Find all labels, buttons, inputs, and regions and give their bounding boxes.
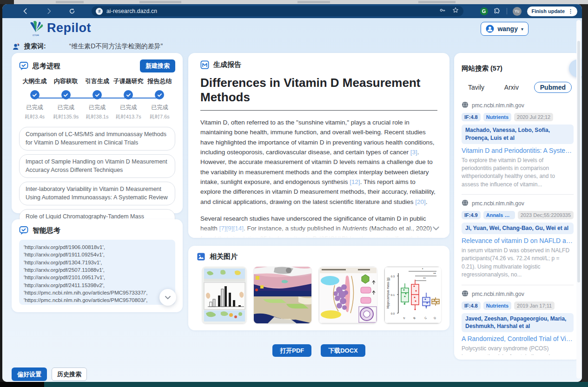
new-search-button[interactable]: 新建搜索: [140, 59, 175, 72]
step-time: 耗时38.1s: [86, 113, 109, 120]
result-domain-text: pmc.ncbi.nlm.nih.gov: [472, 200, 524, 207]
site-info-icon[interactable]: [96, 8, 103, 15]
extensions-icon[interactable]: [494, 7, 501, 15]
result-authors: Javed, Zeeshan, Papageorgiou, Maria, Des…: [462, 313, 574, 333]
step-status: 已完成: [151, 104, 168, 112]
thinking-url-line: 'http://arxiv.org/pdf/1906.00818v1',: [24, 243, 171, 251]
search-source-tabs: TavilyArxivPubmed: [463, 82, 572, 93]
svg-text:0.3: 0.3: [390, 275, 395, 278]
result-domain: pmc.ncbi.nlm.nih.gov: [462, 101, 574, 110]
tab-pubmed[interactable]: Pubmed: [534, 82, 572, 93]
history-search-button[interactable]: 历史搜索: [52, 367, 87, 381]
grammar-extension-icon[interactable]: G: [480, 7, 488, 15]
result-title-link[interactable]: A Randomized, Controlled Trial of Vitami…: [462, 335, 574, 342]
back-icon[interactable]: [22, 7, 29, 15]
page-scrollbar[interactable]: [576, 20, 581, 379]
related-image-thumbnail[interactable]: [254, 267, 311, 323]
report-body: Vitamin D, often referred to as the "sun…: [200, 118, 437, 238]
svg-text:0.1: 0.1: [390, 294, 395, 296]
step-status: 已完成: [26, 104, 43, 112]
topic-pill[interactable]: Impact of Sample Handling on Vitamin D M…: [19, 154, 175, 178]
browser-profile-avatar[interactable]: Yu: [513, 7, 522, 16]
progress-step: 大纲生成已完成耗时3.4s: [19, 77, 50, 120]
browser-menu-icon[interactable]: ⋮: [568, 8, 574, 14]
search-result-card: pmc.ncbi.nlm.nih.govIF:4.8Nutrients2020 …: [462, 101, 574, 189]
step-check-icon: [92, 90, 102, 99]
open-pdf-button[interactable]: 打开PDF: [272, 344, 311, 357]
document-actions: 打开PDF 下载DOCX: [188, 344, 449, 357]
svg-text:0.0: 0.0: [390, 312, 395, 315]
footer-actions: 偏好设置 历史搜索: [12, 367, 87, 381]
tab-tavily[interactable]: Tavily: [463, 82, 489, 93]
thinking-progress-panel: 思考进程 新建搜索 大纲生成已完成耗时3.4s内容获取已完成耗时135.9s引言…: [12, 53, 183, 213]
thinking-url-line: 'https://pmc.ncbi.nlm.nih.gov/articles/P…: [24, 296, 171, 304]
refresh-icon[interactable]: [68, 7, 76, 15]
progress-step: 引言生成已完成耗时38.1s: [81, 77, 112, 120]
thinking-url-line: 'http://arxiv.org/pdf/2507.11088v1',: [24, 266, 171, 274]
citation-link[interactable]: [20]: [415, 198, 426, 205]
scroll-report-chevron-icon[interactable]: [432, 224, 440, 234]
step-label: 引言生成: [85, 77, 109, 85]
topic-pill[interactable]: Comparison of LC-MS/MS and Immunoassay M…: [19, 127, 175, 151]
search-results-list: pmc.ncbi.nlm.nih.govIF:4.8Nutrients2020 …: [462, 97, 574, 355]
step-check-icon: [61, 90, 71, 99]
result-title-link[interactable]: Vitamin D and Periodontitis: A Systemati…: [462, 147, 574, 154]
related-image-thumbnail[interactable]: [319, 267, 377, 323]
citation-link[interactable]: [12]: [350, 178, 360, 185]
step-status: 已完成: [89, 104, 106, 112]
chevron-down-icon: ▾: [521, 26, 523, 32]
result-authors: Machado, Vanessa, Lobo, Sofia, Proença, …: [462, 125, 574, 144]
user-name: wangy: [497, 25, 518, 33]
step-label: 子课题研究: [113, 77, 144, 85]
journal-badge[interactable]: Nutrients: [483, 113, 511, 121]
progress-step: 报告总结已完成耗时7.6s: [144, 77, 175, 120]
citation-link[interactable]: [3]: [410, 149, 417, 156]
images-panel-title: 相关图片: [210, 252, 238, 261]
download-docx-button[interactable]: 下载DOCX: [321, 344, 365, 357]
bookmark-star-icon[interactable]: [452, 7, 459, 15]
tab-arxiv[interactable]: Arxiv: [500, 82, 523, 93]
app-page: 迪安诊断 Repilot wangy ▾ 搜索词: “维生素D不同方法学检测的差…: [2, 18, 582, 382]
topic-pill[interactable]: Inter-laboratory Variability in Vitamin …: [19, 182, 175, 205]
step-label: 大纲生成: [23, 77, 47, 85]
result-badges: IF:4.9Annals of m...2023 Dec;55:2209335: [462, 211, 574, 219]
user-avatar-icon: [486, 25, 494, 33]
finish-update-button[interactable]: Finish update ⋮: [527, 7, 578, 16]
address-bar[interactable]: ai-research.dazd.cn: [92, 6, 463, 16]
thinking-url-log[interactable]: 'http://arxiv.org/pdf/1906.00818v1','htt…: [19, 240, 175, 305]
expand-thinking-chevron-icon[interactable]: [159, 289, 176, 306]
progress-step: 子课题研究已完成耗时413.7s: [113, 77, 144, 120]
result-badges: IF:4.8Nutrients2020 Jul 22;12: [462, 113, 574, 121]
result-snippet: To explore the vitamin D levels of perio…: [462, 157, 574, 189]
result-domain: pmc.ncbi.nlm.nih.gov: [462, 199, 574, 208]
markdown-icon: [200, 60, 209, 69]
generated-report-panel: 生成报告 Differences in Vitamin D Measuremen…: [188, 53, 449, 238]
journal-badge[interactable]: Annals of m...: [483, 211, 515, 219]
scrollbar-thumb[interactable]: [577, 41, 580, 282]
app-header: 迪安诊断 Repilot wangy ▾: [2, 18, 582, 40]
browser-toolbar: ai-research.dazd.cn G Yu: [2, 4, 582, 18]
user-menu[interactable]: wangy ▾: [481, 22, 529, 36]
preferences-button[interactable]: 偏好设置: [12, 367, 47, 381]
impact-factor-badge: IF:4.9: [462, 211, 481, 219]
key-icon[interactable]: [439, 7, 446, 15]
svg-text:Hippocampus mass (g): Hippocampus mass (g): [386, 277, 390, 308]
result-domain-text: pmc.ncbi.nlm.nih.gov: [472, 102, 524, 109]
screen: ai-research.dazd.cn G Yu: [0, 0, 588, 387]
step-time: 耗时135.9s: [53, 113, 79, 120]
result-divider: [462, 194, 574, 195]
forward-icon[interactable]: [45, 7, 53, 15]
step-check-icon: [124, 90, 133, 99]
progress-steps: 大纲生成已完成耗时3.4s内容获取已完成耗时135.9s引言生成已完成耗时38.…: [19, 77, 175, 120]
impact-factor-badge: IF:4.8: [462, 302, 481, 310]
result-domain: pmc.ncbi.nlm.nih.gov: [462, 290, 574, 298]
journal-badge[interactable]: Nutrients: [483, 302, 511, 310]
result-authors: Ji, Yuan, Wei, Chang-Bao, Gu, Wei et al: [462, 223, 574, 234]
related-image-thumbnail[interactable]: [202, 267, 246, 323]
globe-icon: [462, 199, 469, 208]
thinking-panel-title: 智能思考: [33, 226, 60, 235]
step-time: 耗时7.6s: [150, 113, 170, 120]
step-status: 已完成: [58, 104, 74, 112]
result-title-link[interactable]: Relevance of vitamin D on NAFLD and live…: [462, 237, 574, 244]
related-image-thumbnail[interactable]: 0.3 0.1 0.0 Hippocampus mass (g) * ** **: [384, 267, 441, 323]
